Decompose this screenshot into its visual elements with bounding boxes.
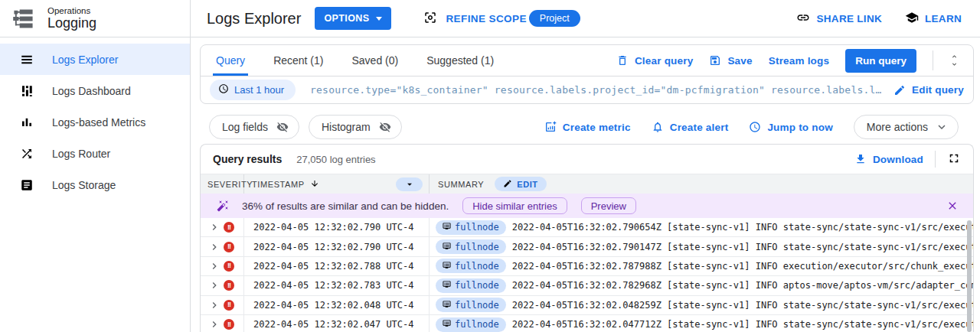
log-timestamp: 2022-04-05 12:32:02.047 UTC-4 [244, 315, 430, 332]
expand-row-icon[interactable] [208, 279, 220, 291]
dropdown-caret-icon [404, 179, 415, 190]
log-timestamp: 2022-04-05 12:32:02.790 UTC-4 [244, 237, 430, 256]
tab-query[interactable]: Query [213, 45, 248, 76]
product-logo-block: Operations Logging [0, 0, 190, 37]
tab-label: Query [216, 54, 245, 67]
monitor-icon [443, 222, 451, 233]
create-alert-label: Create alert [670, 122, 729, 133]
tab-suggested[interactable]: Suggested (1) [423, 45, 497, 76]
edit-query-button[interactable]: Edit query [893, 84, 964, 96]
close-icon[interactable] [946, 200, 959, 212]
log-timestamp: 2022-04-05 12:32:02.790 UTC-4 [244, 218, 430, 236]
clear-query-label: Clear query [635, 55, 693, 67]
bar-chart-icon [20, 116, 34, 129]
expand-row-icon[interactable] [208, 241, 220, 253]
learn-label: LEARN [925, 13, 962, 24]
storage-doc-icon [20, 178, 34, 192]
table-row[interactable]: !! 2022-04-05 12:32:02.790 UTC-4 fullnod… [201, 218, 973, 237]
time-range-chip[interactable]: Last 1 hour [210, 80, 296, 100]
create-alert-button[interactable]: Create alert [652, 121, 729, 133]
expand-row-icon[interactable] [208, 318, 220, 330]
preview-button[interactable]: Preview [581, 197, 636, 214]
scope-badge[interactable]: Project [529, 10, 580, 27]
resource-chip[interactable]: fullnode [436, 259, 506, 273]
divider [933, 50, 933, 70]
save-button[interactable]: Save [709, 54, 752, 67]
download-button[interactable]: Download [854, 153, 923, 165]
monitor-icon [443, 242, 451, 252]
log-summary: 2022-04-05T16:32:02.790147Z [state-sync-… [512, 242, 973, 252]
expand-row-icon[interactable] [208, 299, 220, 311]
create-metric-button[interactable]: Create metric [544, 121, 631, 133]
resource-chip[interactable]: fullnode [436, 278, 506, 293]
query-input[interactable]: resource.type="k8s_container" resource.l… [310, 84, 881, 96]
refine-scope-button[interactable]: REFINE SCOPE [423, 11, 526, 27]
sidebar-item-logs-router[interactable]: Logs Router [0, 138, 190, 169]
bell-icon [652, 121, 664, 133]
sidebar-item-label: Logs Dashboard [52, 85, 131, 97]
jump-to-now-button[interactable]: Jump to now [749, 121, 832, 133]
trash-icon [616, 54, 629, 67]
hide-similar-entries-button[interactable]: Hide similar entries [462, 197, 567, 214]
log-summary: 2022-04-05T16:32:02.790654Z [state-sync-… [512, 222, 973, 233]
table-row[interactable]: !! 2022-04-05 12:32:02.048 UTC-4 fullnod… [201, 296, 973, 315]
run-query-button[interactable]: Run query [845, 49, 916, 73]
timestamp-options-dropdown[interactable] [396, 177, 423, 191]
resource-chip-label: fullnode [455, 300, 499, 311]
tab-label: Recent (1) [273, 54, 323, 67]
share-link-button[interactable]: SHARE LINK [796, 11, 882, 27]
resource-chip[interactable]: fullnode [436, 239, 506, 254]
refine-scope-icon [423, 11, 437, 27]
resource-chip[interactable]: fullnode [436, 220, 506, 235]
expand-row-icon[interactable] [208, 260, 220, 272]
results-count: 27,050 log entries [296, 154, 375, 165]
log-summary: 2022-04-05T16:32:02.782968Z [state-sync-… [512, 280, 973, 291]
log-fields-toggle[interactable]: Log fields [209, 115, 299, 139]
table-row[interactable]: !! 2022-04-05 12:32:02.790 UTC-4 fullnod… [201, 237, 973, 256]
edit-summary-button[interactable]: EDIT [495, 177, 546, 191]
sidebar-item-logs-dashboard[interactable]: Logs Dashboard [0, 75, 190, 106]
clear-query-button[interactable]: Clear query [616, 54, 693, 67]
resource-chip[interactable]: fullnode [436, 317, 506, 332]
table-row[interactable]: !! 2022-04-05 12:32:02.783 UTC-4 fullnod… [201, 276, 973, 295]
save-disk-icon [709, 54, 721, 67]
log-summary: 2022-04-05T16:32:02.047712Z [state-sync-… [512, 319, 973, 330]
resource-chip-label: fullnode [455, 319, 499, 330]
column-header-timestamp[interactable]: TIMESTAMP [244, 174, 430, 194]
collapse-expand-toggle[interactable] [949, 53, 959, 68]
table-row[interactable]: !! 2022-04-05 12:32:02.047 UTC-4 fullnod… [201, 315, 973, 332]
tab-recent[interactable]: Recent (1) [270, 45, 326, 76]
timestamp-header-label: TIMESTAMP [252, 180, 305, 189]
resource-chip[interactable]: fullnode [436, 298, 506, 312]
similar-entries-banner: 36% of results are similar and can be hi… [201, 194, 973, 218]
sidebar-item-logs-explorer[interactable]: Logs Explorer [0, 44, 190, 75]
more-actions-button[interactable]: More actions [854, 115, 959, 139]
sort-desc-icon[interactable] [310, 179, 319, 190]
shuffle-icon [20, 147, 34, 161]
expand-row-icon[interactable] [208, 221, 220, 233]
clock-icon [218, 83, 229, 96]
histogram-label: Histogram [322, 121, 371, 133]
log-timestamp: 2022-04-05 12:32:02.048 UTC-4 [244, 296, 430, 314]
query-builder-card: Query Recent (1) Saved (0) Suggested (1)… [200, 44, 974, 104]
learn-button[interactable]: LEARN [905, 11, 962, 27]
sidebar-item-logs-based-metrics[interactable]: Logs-based Metrics [0, 106, 190, 138]
sidebar-item-logs-storage[interactable]: Logs Storage [0, 169, 190, 200]
download-icon [854, 153, 867, 165]
table-row[interactable]: !! 2022-04-05 12:32:02.788 UTC-4 fullnod… [201, 257, 973, 276]
tab-saved[interactable]: Saved (0) [348, 45, 401, 76]
histogram-toggle[interactable]: Histogram [309, 115, 402, 139]
stream-logs-button[interactable]: Stream logs [769, 55, 829, 67]
logging-product-icon [12, 8, 34, 30]
clock-icon [749, 121, 761, 133]
results-scrollbar[interactable] [967, 220, 972, 332]
summary-header-label: SUMMARY [438, 180, 484, 189]
link-icon [796, 11, 810, 27]
fullscreen-icon[interactable] [947, 151, 961, 168]
options-button[interactable]: OPTIONS [315, 7, 391, 30]
sidebar-nav: Logs Explorer Logs Dashboard Logs-based … [0, 37, 190, 200]
edit-query-label: Edit query [912, 84, 964, 96]
error-severity-icon: !! [224, 319, 234, 330]
eye-off-icon [276, 121, 289, 133]
query-results-panel: Query results 27,050 log entries Downloa… [200, 144, 974, 332]
